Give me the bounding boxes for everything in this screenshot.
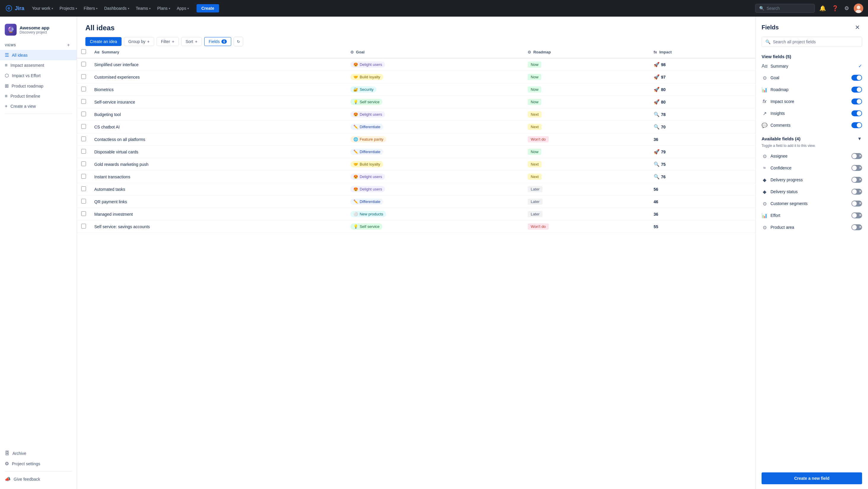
settings-icon[interactable]: ⚙ (843, 4, 850, 13)
sidebar-item-feedback[interactable]: 📣 Give feedback (0, 474, 77, 484)
sidebar-item-archive[interactable]: 🗄 Archive (0, 448, 77, 458)
roadmap-toggle[interactable] (851, 87, 862, 93)
row-checkbox-cell[interactable] (77, 108, 90, 121)
sidebar-item-product-timeline[interactable]: ≡ Product timeline (0, 91, 77, 101)
row-roadmap[interactable]: Now (524, 96, 649, 108)
row-roadmap[interactable]: Won't do (524, 221, 649, 233)
add-view-button[interactable]: + (65, 41, 72, 49)
row-summary[interactable]: Biometrics (90, 83, 346, 96)
row-checkbox-cell[interactable] (77, 96, 90, 108)
delivery-progress-toggle[interactable]: ✕ (851, 177, 862, 183)
create-new-field-button[interactable]: Create a new field (762, 472, 862, 484)
row-checkbox[interactable] (81, 186, 86, 191)
search-input[interactable] (767, 6, 808, 11)
row-goal[interactable]: 💡 Self service (346, 221, 524, 233)
row-checkbox[interactable] (81, 62, 86, 66)
row-roadmap[interactable]: Now (524, 58, 649, 71)
nav-apps[interactable]: Apps ▾ (174, 4, 192, 12)
row-goal[interactable]: 😍 Delight users (346, 183, 524, 196)
row-goal[interactable]: 🤝 Build loyalty (346, 158, 524, 171)
row-summary[interactable]: Disposable virtual cards (90, 146, 346, 158)
row-checkbox-cell[interactable] (77, 183, 90, 196)
avatar[interactable] (854, 4, 863, 13)
nav-projects[interactable]: Projects ▾ (57, 4, 80, 12)
sidebar-item-all-ideas[interactable]: ☰ All ideas (0, 50, 77, 60)
fields-button[interactable]: Fields 6 (204, 37, 231, 46)
row-roadmap[interactable]: Next (524, 121, 649, 133)
sort-button[interactable]: Sort + (181, 37, 202, 46)
row-checkbox[interactable] (81, 162, 86, 166)
row-goal[interactable]: ✏️ Differentiate (346, 196, 524, 208)
create-idea-button[interactable]: Create an idea (85, 37, 122, 46)
assignee-toggle[interactable]: ✕ (851, 153, 862, 159)
row-checkbox[interactable] (81, 112, 86, 116)
delivery-status-toggle[interactable]: ✕ (851, 189, 862, 195)
row-checkbox-cell[interactable] (77, 196, 90, 208)
create-button[interactable]: Create (196, 4, 219, 12)
comments-toggle[interactable] (851, 122, 862, 128)
row-roadmap[interactable]: Now (524, 146, 649, 158)
row-summary[interactable]: Contactless on all platforms (90, 133, 346, 146)
row-summary[interactable]: Simplified user interface (90, 58, 346, 71)
notifications-icon[interactable]: 🔔 (818, 4, 827, 13)
sidebar-item-create-view[interactable]: + Create a view (0, 101, 77, 111)
row-checkbox-cell[interactable] (77, 221, 90, 233)
select-all-checkbox[interactable] (81, 49, 86, 54)
nav-teams[interactable]: Teams ▾ (133, 4, 154, 12)
row-checkbox[interactable] (81, 174, 86, 179)
fields-search[interactable]: 🔍 (762, 37, 862, 47)
row-checkbox[interactable] (81, 87, 86, 91)
row-roadmap[interactable]: Now (524, 71, 649, 83)
row-summary[interactable]: Budgeting tool (90, 108, 346, 121)
collapse-available-fields-button[interactable]: ▾ (857, 135, 862, 142)
group-by-button[interactable]: Group by + (124, 37, 154, 46)
product-area-toggle[interactable]: ✕ (851, 224, 862, 230)
row-checkbox[interactable] (81, 74, 86, 79)
row-checkbox[interactable] (81, 149, 86, 154)
row-goal[interactable]: ⚪ New products (346, 208, 524, 221)
row-checkbox[interactable] (81, 211, 86, 216)
sidebar-item-impact-effort[interactable]: ⬡ Impact vs Effort (0, 70, 77, 81)
row-checkbox[interactable] (81, 137, 86, 141)
row-goal[interactable]: 😍 Delight users (346, 171, 524, 183)
row-summary[interactable]: Self service: savings accounts (90, 221, 346, 233)
row-summary[interactable]: Customised experiences (90, 71, 346, 83)
row-checkbox-cell[interactable] (77, 83, 90, 96)
row-summary[interactable]: Managed investment (90, 208, 346, 221)
effort-toggle[interactable]: ✕ (851, 212, 862, 219)
confidence-toggle[interactable]: ✕ (851, 165, 862, 171)
row-goal[interactable]: ✏️ Differentiate (346, 146, 524, 158)
row-checkbox[interactable] (81, 199, 86, 204)
insights-toggle[interactable] (851, 110, 862, 116)
row-checkbox-cell[interactable] (77, 133, 90, 146)
row-summary[interactable]: CS chatbot AI (90, 121, 346, 133)
goal-toggle[interactable] (851, 75, 862, 81)
customer-segments-toggle[interactable]: ✕ (851, 201, 862, 206)
row-checkbox-cell[interactable] (77, 71, 90, 83)
fields-search-input[interactable] (773, 39, 858, 44)
impact-score-toggle[interactable] (851, 98, 862, 105)
row-summary[interactable]: Automated tasks (90, 183, 346, 196)
row-summary[interactable]: QR payment links (90, 196, 346, 208)
row-goal[interactable]: 💡 Self service (346, 96, 524, 108)
row-checkbox-cell[interactable] (77, 208, 90, 221)
row-goal[interactable]: 🔐 Security (346, 83, 524, 96)
row-goal[interactable]: 🤝 Build loyalty (346, 71, 524, 83)
row-checkbox-cell[interactable] (77, 58, 90, 71)
nav-your-work[interactable]: Your work ▾ (29, 4, 56, 12)
row-roadmap[interactable]: Next (524, 108, 649, 121)
row-summary[interactable]: Gold rewards marketing push (90, 158, 346, 171)
row-checkbox-cell[interactable] (77, 171, 90, 183)
row-roadmap[interactable]: Later (524, 208, 649, 221)
nav-filters[interactable]: Filters ▾ (81, 4, 100, 12)
row-roadmap[interactable]: Next (524, 158, 649, 171)
row-goal[interactable]: ✏️ Differentiate (346, 121, 524, 133)
help-icon[interactable]: ❓ (831, 4, 840, 13)
row-goal[interactable]: 😍 Delight users (346, 108, 524, 121)
row-checkbox-cell[interactable] (77, 121, 90, 133)
row-roadmap[interactable]: Later (524, 196, 649, 208)
logo[interactable]: Jira (5, 4, 24, 12)
row-goal[interactable]: 🌐 Feature parity (346, 133, 524, 146)
row-checkbox[interactable] (81, 224, 86, 228)
row-checkbox-cell[interactable] (77, 146, 90, 158)
